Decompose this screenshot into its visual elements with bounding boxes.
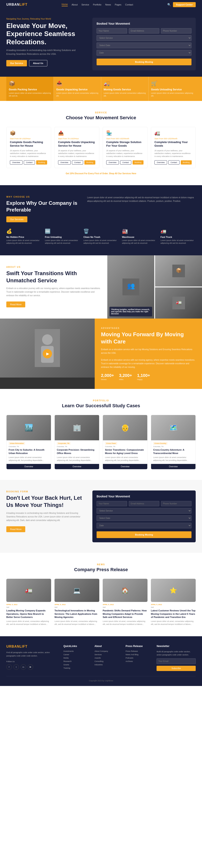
- case-btn-2[interactable]: Overview: [55, 464, 99, 469]
- bform-date-sub-select[interactable]: Date: [97, 523, 192, 528]
- name-input[interactable]: [97, 28, 127, 33]
- case-title-3: Senior Transitions: Compassionate Moves …: [103, 448, 147, 456]
- overview-btn-2[interactable]: Overview: [58, 160, 71, 164]
- service-card-packing[interactable]: 📦 Goods Packing Service Lorem ipsum dolo…: [6, 77, 54, 101]
- press-date-4: APRIL 5, 2012: [151, 603, 196, 606]
- date-sub-select[interactable]: Date: [97, 50, 192, 56]
- quick-link-grants[interactable]: Grants: [63, 664, 90, 666]
- form-row-names: [97, 28, 192, 33]
- newsletter-subscribe-button[interactable]: Subscribe: [157, 666, 196, 671]
- swift-section: ABOUT US Swift Your Transitions With Unm…: [0, 255, 202, 318]
- phone-input[interactable]: [161, 28, 192, 33]
- linkedin-icon[interactable]: in: [21, 664, 26, 670]
- quick-link-research[interactable]: Research: [63, 660, 90, 662]
- service-select[interactable]: Select Service: [97, 35, 192, 41]
- nav-about[interactable]: About: [71, 3, 78, 6]
- booking-btn-1[interactable]: Booking: [36, 160, 47, 164]
- bform-name-input[interactable]: [97, 501, 127, 506]
- nav-pages[interactable]: Pages: [115, 3, 122, 6]
- about-link-services[interactable]: Services: [95, 654, 121, 656]
- play-button[interactable]: ▶: [43, 349, 52, 359]
- booking-btn-3[interactable]: Booking: [133, 160, 144, 164]
- press-link-3[interactable]: Podcasts: [126, 657, 152, 659]
- choose-service-label: SERVICE: [6, 112, 196, 114]
- bform-phone-input[interactable]: [161, 501, 192, 506]
- stat-happy: 1,100+ Happy: [137, 373, 150, 380]
- newsletter-email-input[interactable]: [157, 658, 196, 664]
- case-btn-3[interactable]: Overview: [103, 464, 147, 469]
- press-image-icon-1: 🚛: [25, 587, 32, 594]
- service-box-packing-desc: 25 aspects of your wellness, your satisf…: [10, 149, 47, 158]
- choose-service-title: Choose Your Movement Service: [6, 115, 196, 121]
- quick-link-training[interactable]: Training: [63, 667, 90, 669]
- twitter-icon[interactable]: t: [13, 664, 19, 670]
- packing-icon: 📦: [9, 81, 51, 86]
- nav-news[interactable]: News: [105, 3, 111, 6]
- about-link-awards[interactable]: Awards: [95, 657, 121, 659]
- booking-btn-2[interactable]: Booking: [85, 160, 96, 164]
- service-box-packing-btns: Overview Contact Booking: [10, 160, 47, 164]
- case-location-3: Columbia, TN: [103, 445, 147, 448]
- search-icon[interactable]: 🔍: [167, 3, 171, 6]
- cases-grid: 🏙️ Urban Relocation Columbia, TN From Ci…: [6, 415, 196, 469]
- press-article-desc-2: Lorem ipsum dolor sit amet, consectetur …: [55, 620, 99, 626]
- booking-read-more-button[interactable]: Read More: [6, 526, 25, 532]
- booking-btn-4[interactable]: Booking: [181, 160, 192, 164]
- about-link-industries[interactable]: Industries: [95, 664, 121, 666]
- press-link-4[interactable]: Archives: [126, 660, 152, 662]
- service-card-unpacking[interactable]: 📤 Goods Unpacking Service Lorem ipsum do…: [54, 77, 101, 101]
- discount-link[interactable]: Shop All Our Services Here: [109, 172, 136, 175]
- youtube-icon[interactable]: ▶: [28, 664, 33, 670]
- case-btn-1[interactable]: Overview: [6, 464, 51, 469]
- unloading-title: Goods Unloading Service: [151, 88, 193, 91]
- nav-home[interactable]: Home: [62, 3, 68, 6]
- bform-date-select[interactable]: Select Date: [97, 515, 192, 521]
- date-select[interactable]: Select Date: [97, 42, 192, 48]
- footer-press: Press Release Press Release News And Blo…: [126, 645, 152, 671]
- swift-right: 👥 Thinking insights, verified driven res…: [107, 255, 202, 318]
- quick-link-media[interactable]: Media: [63, 657, 90, 659]
- service-card-moving[interactable]: 🚚 Moving Goods Service Lorem ipsum dolor…: [101, 77, 148, 101]
- contact-btn-3[interactable]: Contact: [120, 160, 131, 164]
- nav-portfolio[interactable]: Portfolio: [93, 3, 101, 6]
- moving-title: Moving You Forward By Moving with Care: [101, 331, 196, 345]
- email-input[interactable]: [129, 28, 159, 33]
- case-desc-4: Lorem ipsum dolor sit amet consectetur a…: [151, 456, 196, 464]
- our-service-button[interactable]: Our Service: [6, 60, 27, 66]
- why-btn[interactable]: Our Services: [6, 216, 27, 222]
- nav-contact[interactable]: Contact: [125, 3, 133, 6]
- footer: URBANLIFT Find all paragraphs code under…: [0, 636, 202, 686]
- service-box-unpacking: 📤 Start From 70 USD/Hour Complete Goods …: [55, 127, 99, 168]
- booking-form-2: Booked Your Movement Select Service Sele…: [92, 491, 196, 542]
- quick-link-investments[interactable]: Investments: [63, 650, 90, 652]
- feature-warehouse: 🏭 Warehouse Lorem ipsum dolor sit amet c…: [122, 228, 157, 245]
- service-card-unloading[interactable]: 🛒 Goods Unloading Service Lorem ipsum do…: [148, 77, 196, 101]
- case-badge-4: Cross-Country: [153, 442, 168, 445]
- nav-service[interactable]: Service: [81, 3, 89, 6]
- about-link-consulting[interactable]: Consulting: [95, 660, 121, 662]
- about-us-button[interactable]: About Us: [29, 60, 47, 66]
- overview-btn-3[interactable]: Overview: [106, 160, 119, 164]
- about-link-company[interactable]: About Company: [95, 650, 121, 652]
- contact-btn-1[interactable]: Contact: [24, 160, 35, 164]
- swift-read-more-button[interactable]: Read More: [6, 302, 25, 307]
- quick-link-career[interactable]: Career: [63, 654, 90, 656]
- support-button[interactable]: Support Center: [173, 2, 196, 7]
- overview-btn-1[interactable]: Overview: [10, 160, 23, 164]
- press-link-2[interactable]: News And Blog: [126, 654, 152, 656]
- fast-truck-icon: 🚛: [161, 228, 196, 234]
- moving-desc: Embark on a relocation service with our …: [101, 348, 196, 355]
- overview-btn-4[interactable]: Overview: [155, 160, 167, 164]
- facebook-icon[interactable]: f: [6, 664, 12, 670]
- press-link-1[interactable]: Press Release: [126, 650, 152, 652]
- bform-submit-button[interactable]: Booking Moving: [97, 531, 192, 538]
- contact-btn-4[interactable]: Contact: [168, 160, 179, 164]
- booking-submit-button[interactable]: Booking Moving: [97, 59, 192, 65]
- case-btn-4[interactable]: Overview: [151, 464, 196, 469]
- moving-label: ADVANTAGES: [101, 327, 196, 329]
- why-title: Explore Why Our Company is Preferable: [6, 200, 79, 213]
- bform-email-input[interactable]: [129, 501, 159, 506]
- contact-btn-2[interactable]: Contact: [72, 160, 83, 164]
- bform-service-select[interactable]: Select Service: [97, 508, 192, 514]
- booking-desc: A leading innovator in orchestrating top…: [6, 511, 84, 522]
